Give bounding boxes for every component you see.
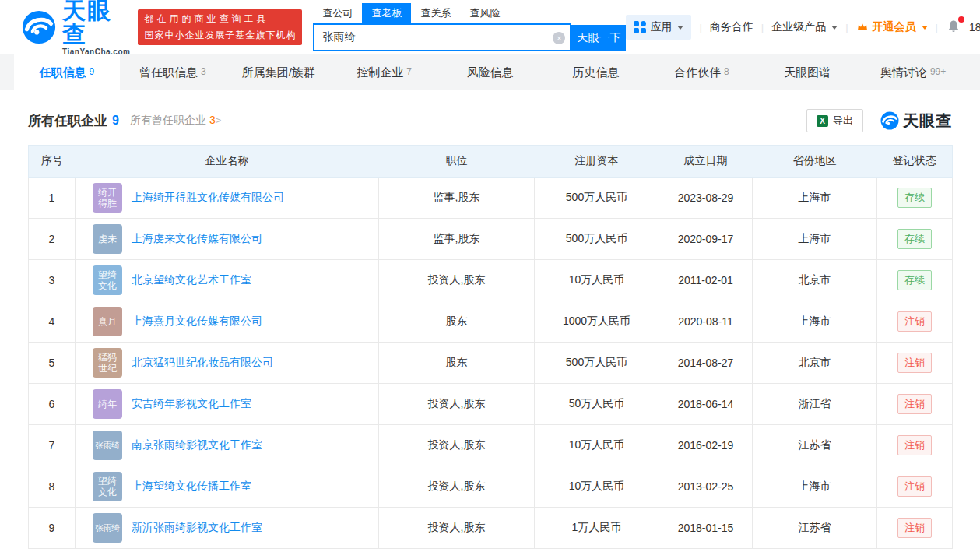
slogan-badge: 都在用的商业查询工具 国家中小企业发展子基金旗下机构 [138,9,302,45]
row-number: 7 [29,425,76,466]
established-date-cell: 2016-02-19 [659,425,753,466]
region-cell: 上海市 [753,301,877,343]
tianyancha-logo[interactable]: 天眼查 TianYanCha.com [22,0,130,56]
apps-menu[interactable]: 应用 [626,15,691,40]
company-name-link[interactable]: 上海虔来文化传媒有限公司 [132,232,262,246]
header-right: 应用 | 商务合作 | 企业级产品 | 开通会员 | [626,15,980,40]
status-badge: 注销 [897,353,932,373]
nav-tab[interactable]: 舆情讨论 99+ [860,54,966,90]
table-row: 6 绮年 安吉绮年影视文化工作室 投资人,股东 50万人民币 2018-06-1… [29,384,953,425]
search-button[interactable]: 天眼一下 [571,25,626,51]
company-name-link[interactable]: 上海绮开得胜文化传媒有限公司 [132,191,284,205]
column-header: 职位 [379,146,535,178]
section-title-count: 9 [112,114,119,128]
divider: | [936,22,938,33]
notifications-bell[interactable] [946,19,961,37]
company-name-link[interactable]: 安吉绮年影视文化工作室 [132,397,251,411]
capital-cell: 10万人民币 [535,466,659,508]
established-date-cell: 2011-02-01 [659,260,753,301]
column-header: 企业名称 [76,146,379,178]
region-cell: 上海市 [753,178,877,219]
apps-label: 应用 [650,20,672,34]
region-cell: 上海市 [753,466,877,508]
table-row: 3 望绮文化 北京望绮文化艺术工作室 投资人,股东 10万人民币 2011-02… [29,260,953,301]
business-cooperation-link[interactable]: 商务合作 [710,20,753,34]
region-cell: 江苏省 [753,425,877,466]
row-number: 9 [29,508,76,549]
enterprise-products-menu[interactable]: 企业级产品 [771,20,838,34]
nav-tab[interactable]: 任职信息 9 [14,54,120,90]
logo-title: 天眼查 [62,0,130,46]
nav-tab[interactable]: 合作伙伴 8 [648,54,754,90]
established-date-cell: 2018-01-15 [659,508,753,549]
nav-tab[interactable]: 控制企业 7 [332,54,437,90]
region-cell: 北京市 [753,260,877,301]
company-name-link[interactable]: 北京猛犸世纪化妆品有限公司 [132,356,273,370]
profile-nav-tabs: 任职信息 9 曾任职信息 3 所属集团/族群 控制企业 7 风险信息 历史信息 … [0,54,980,90]
capital-cell: 1000万人民币 [535,301,659,343]
company-name-link[interactable]: 上海熹月文化传媒有限公司 [132,315,262,329]
divider: | [761,22,764,33]
apps-grid-icon [634,21,646,33]
nav-tab[interactable]: 风险信息 [437,54,543,90]
tianyancha-swirl-icon [880,111,899,130]
region-cell: 北京市 [753,343,877,384]
status-badge: 存续 [897,188,932,208]
established-date-cell: 2013-02-25 [659,466,753,508]
position-cell: 股东 [379,301,535,343]
company-name-link[interactable]: 上海望绮文化传播工作室 [132,480,251,494]
established-date-cell: 2018-06-14 [659,384,753,425]
company-avatar: 张雨绮 [93,431,122,460]
table-header-row: 序号企业名称职位注册资本成立日期省份地区登记状态 [29,146,953,178]
vip-upgrade-menu[interactable]: 开通会员 [856,20,928,34]
account-phone: 186*... [969,21,980,33]
company-avatar: 绮年 [93,389,122,419]
search-tab[interactable]: 查关系 [411,3,460,23]
capital-cell: 500万人民币 [535,178,659,219]
top-header: 天眼查 TianYanCha.com 都在用的商业查询工具 国家中小企业发展子基… [0,0,980,54]
search-tab[interactable]: 查公司 [313,3,362,23]
column-header: 省份地区 [753,146,877,178]
row-number: 4 [29,301,76,343]
company-name-link[interactable]: 北京望绮文化艺术工作室 [132,273,251,287]
position-cell: 投资人,股东 [379,508,535,549]
chevron-down-icon [677,26,683,30]
capital-cell: 500万人民币 [535,219,659,260]
positions-table: 序号企业名称职位注册资本成立日期省份地区登记状态 1 绮开得胜 上海绮开得胜文化… [28,145,953,549]
search-tab[interactable]: 查风险 [460,3,509,23]
tianyancha-swirl-icon [22,10,56,44]
established-date-cell: 2014-08-27 [659,343,753,384]
position-cell: 投资人,股东 [379,466,535,508]
nav-tab[interactable]: 天眼图谱 [754,54,860,90]
column-header: 成立日期 [659,146,753,178]
table-row: 8 望绮文化 上海望绮文化传播工作室 投资人,股东 10万人民币 2013-02… [29,466,953,508]
company-avatar: 熹月 [93,307,122,336]
table-body: 1 绮开得胜 上海绮开得胜文化传媒有限公司 监事,股东 500万人民币 2023… [29,178,953,549]
company-name-link[interactable]: 新沂张雨绮影视文化工作室 [132,521,262,535]
status-badge: 注销 [897,476,932,497]
nav-tab[interactable]: 历史信息 [543,54,648,90]
search-input[interactable] [313,25,571,51]
row-number: 5 [29,343,76,384]
table-row: 4 熹月 上海熹月文化传媒有限公司 股东 1000万人民币 2020-08-11… [29,301,953,343]
company-name-link[interactable]: 南京张雨绮影视文化工作室 [132,438,262,452]
status-badge: 注销 [897,311,932,332]
search-tab[interactable]: 查老板 [362,3,411,23]
nav-tab[interactable]: 所属集团/族群 [226,54,332,90]
region-cell: 上海市 [753,219,877,260]
former-positions-link[interactable]: 所有曾任职企业3> [130,114,221,128]
nav-tab[interactable]: 曾任职信息 3 [120,54,226,90]
account-menu[interactable]: 186*... [969,21,980,33]
status-badge: 注销 [897,435,932,455]
company-avatar: 望绮文化 [93,265,122,295]
chevron-down-icon [831,26,838,30]
capital-cell: 10万人民币 [535,260,659,301]
company-avatar: 望绮文化 [93,472,122,501]
crown-icon [856,21,869,33]
established-date-cell: 2020-08-11 [659,301,753,343]
export-button[interactable]: X 导出 [806,109,863,132]
row-number: 2 [29,219,76,260]
table-row: 5 猛犸世纪 北京猛犸世纪化妆品有限公司 股东 500万人民币 2014-08-… [29,343,953,384]
region-cell: 江苏省 [753,508,877,549]
chevron-down-icon [922,26,928,30]
